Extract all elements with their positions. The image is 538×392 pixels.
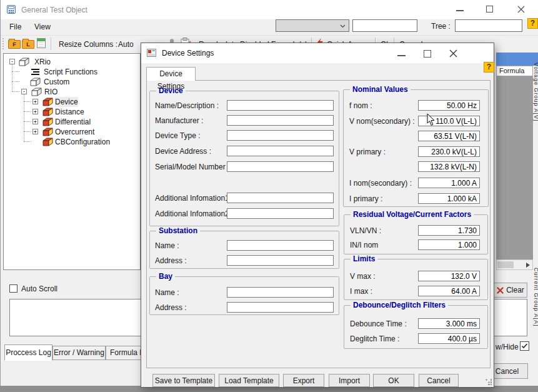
debounce-deglitch-title: Debounce/Deglitch Filters [351,301,448,309]
substation-address-input[interactable] [227,255,334,266]
dialog-help-button[interactable]: ? [484,62,494,73]
side-tab-voltage-group[interactable]: Voltage Group A[V] [533,63,538,147]
v-primary-label: V primary : [349,148,386,156]
expand-icon[interactable]: + [32,99,38,104]
formula-column-header[interactable]: Formula [496,66,533,76]
load-folder-icon[interactable]: L [22,40,34,49]
i-primary-label: I primary : [349,194,382,203]
additional-info1-label: Additional Infomation1 : [155,194,233,203]
collapse-icon[interactable]: - [9,59,15,64]
load-template-button[interactable]: Load Template [219,374,279,387]
serial-model-input[interactable] [227,161,334,172]
dialog-titlebar: Device Settings [141,43,494,63]
tree-line [24,111,31,112]
deglitch-time-label: Deglitch Time : [350,334,399,343]
i-max-input[interactable] [418,286,480,296]
expand-icon[interactable]: + [32,119,38,124]
ok-button[interactable]: OK [373,374,414,387]
collapse-icon[interactable]: - [21,89,27,94]
window-title: General Test Object [21,6,87,14]
tab-device-settings[interactable]: Device Settings [146,67,196,81]
export-button[interactable]: Export [283,374,324,387]
tree-line [24,141,31,142]
main-titlebar: General Test Object [1,0,538,20]
device-address-label: Device Address : [155,147,211,156]
debounce-time-input[interactable] [418,318,480,329]
tree-line [24,93,24,141]
tree-panel: - XRio Script Functions Custom [3,53,141,270]
dialog-maximize-button[interactable] [424,50,431,58]
i-nom-secondary-input[interactable] [418,178,480,188]
bay-group: Bay Name : Address : [149,276,339,315]
cube-white-icon [19,58,29,66]
formula-table-body [496,76,533,259]
v-primary-input[interactable] [418,146,480,157]
cube-white-icon [31,88,42,96]
save-to-template-button[interactable]: Save to Template [152,374,215,387]
menu-view[interactable]: View [32,21,53,33]
import-button[interactable]: Import [329,374,370,387]
substation-group: Substation Name : Address : [149,231,339,269]
side-tab-current-group[interactable]: Current Group A[A] [533,268,538,352]
minimize-button[interactable] [456,10,464,11]
tab-process-log[interactable]: Proccess Log [4,344,52,361]
bay-address-input[interactable] [227,302,334,313]
limits-title: Limits [351,254,377,263]
dialog-minimize-button[interactable] [397,55,406,56]
device-type-input[interactable] [227,130,334,141]
expand-icon[interactable]: + [32,129,38,134]
scrollbar-thumb[interactable] [497,261,514,268]
app-calculator-icon [7,5,16,14]
tree-input[interactable] [455,19,522,32]
maximize-button[interactable] [486,6,493,13]
additional-info1-input[interactable] [227,193,334,203]
vln-vn-input[interactable] [418,225,480,236]
tab-error-warning[interactable]: Error / Warning [52,346,106,360]
toolbar-separator [51,38,51,50]
bay-name-input[interactable] [227,287,334,298]
in-inom-input[interactable] [418,239,480,250]
toolbar-grip[interactable] [2,38,4,49]
tree-field-label: Tree : [431,22,451,31]
chevron-down-icon [340,24,346,28]
help-button[interactable]: ? [527,18,538,29]
expand-icon[interactable]: + [32,109,38,114]
show-hide-checkbox[interactable] [520,341,529,351]
close-button[interactable] [517,6,525,13]
script-functions-icon [31,68,40,76]
substation-name-input[interactable] [227,240,334,251]
toolbar-combobox[interactable] [276,19,349,32]
f-nom-input[interactable] [418,100,480,111]
scroll-right-icon[interactable] [526,262,531,268]
cube-white-icon [30,78,41,86]
check-icon [521,343,528,349]
bay-address-label: Address : [155,303,187,312]
resize-columns-value[interactable]: Auto [118,40,134,49]
device-settings-icon [147,49,156,57]
cube-red-icon [42,128,53,136]
manufacturer-input[interactable] [227,115,334,126]
clear-button[interactable]: Clear [494,283,527,298]
notepad-icon[interactable] [37,38,46,48]
auto-scroll-checkbox[interactable] [9,284,17,293]
deglitch-time-input[interactable] [418,333,480,344]
open-file-folder-icon[interactable]: F [8,40,21,49]
dialog-close-button[interactable] [449,49,457,58]
toolbar-text-input[interactable] [352,19,417,32]
tree-line [12,81,19,82]
v-nom-ln-input[interactable] [418,131,480,141]
i-primary-input[interactable] [418,193,480,204]
i-nom-secondary-label: I nom(secondary) : [349,179,412,188]
menu-file[interactable]: File [7,21,24,33]
cancel-button[interactable]: Cancel [419,374,459,387]
v-primary-ln-input[interactable] [418,161,480,172]
selected-header-bar [496,53,538,66]
substation-name-label: Name : [155,241,179,250]
f-nom-label: f nom : [349,101,372,110]
device-address-input[interactable] [227,146,334,156]
v-max-input[interactable] [418,271,480,281]
horizontal-scrollbar[interactable] [496,259,533,270]
name-description-input[interactable] [227,100,334,111]
additional-info2-input[interactable] [227,208,334,219]
resize-grip[interactable] [486,379,492,385]
